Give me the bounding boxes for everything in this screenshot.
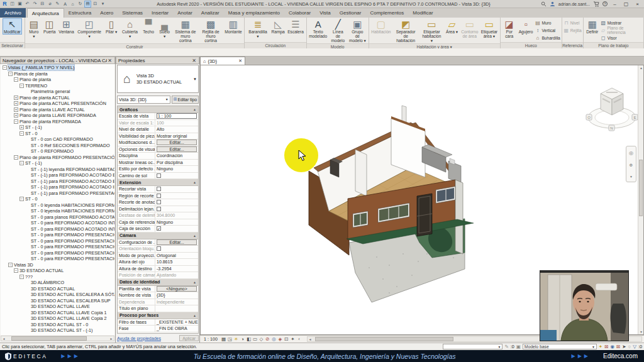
property-row-caja-de-referencia[interactable]: Caja de referenciaNinguno bbox=[118, 219, 198, 226]
edit-button[interactable]: <Ninguno> bbox=[157, 286, 197, 292]
collapse-icon[interactable]: − bbox=[14, 268, 18, 273]
scroll-down-icon[interactable]: ▼ bbox=[638, 330, 644, 334]
property-row-orientaci-n-bloqu[interactable]: Orientación bloqu... bbox=[118, 246, 198, 253]
ribbon-button-montante[interactable]: ▥Montante bbox=[224, 18, 243, 35]
tree-item[interactable]: −TERRENO bbox=[1, 83, 114, 89]
tree-item[interactable]: ST - 0 con CAD REFORMADO bbox=[1, 136, 114, 143]
tree-item[interactable]: ST - 0 Ref SECCIONES REFORMADO bbox=[1, 143, 114, 149]
tab-estructura[interactable]: Estructura bbox=[64, 8, 96, 18]
ribbon-button-agujero[interactable]: ▫Agujero bbox=[518, 18, 535, 35]
chevron-down-icon[interactable]: ▼ bbox=[193, 77, 198, 81]
tab-gestionar[interactable]: Gestionar bbox=[335, 8, 366, 18]
collapse-icon[interactable]: ▲ bbox=[193, 280, 196, 284]
print-icon[interactable]: ⊟ bbox=[39, 1, 46, 8]
tree-item[interactable]: −Vistas (_FAMILIA TIPO Y NIVEL) bbox=[1, 65, 114, 71]
property-row-plantilla-de-vista[interactable]: Plantilla de vista<Ninguno> bbox=[118, 286, 198, 293]
search-icon[interactable] bbox=[541, 1, 547, 7]
ribbon-button-habitaci-n[interactable]: ▢Habitación bbox=[370, 18, 392, 35]
tree-item[interactable]: −Planos de planta bbox=[1, 71, 114, 77]
project-browser-hscrollbar[interactable]: ◂ ▸ bbox=[1, 336, 114, 341]
tag-icon[interactable]: ✎ bbox=[54, 1, 61, 8]
checkbox-empty[interactable] bbox=[157, 207, 161, 211]
links-icon[interactable]: ○ bbox=[628, 344, 631, 349]
ribbon-button-rampa[interactable]: ◺Rampa bbox=[270, 18, 286, 35]
full-navigation-wheel-icon[interactable]: ◎ bbox=[629, 150, 633, 156]
ribbon-button-cubierta[interactable]: ⌂Cubierta ▾ bbox=[119, 18, 140, 39]
tab-arquitectura[interactable]: Arquitectura bbox=[27, 8, 64, 18]
property-row-estilo-por-defecto[interactable]: Estilo por defecto ...Ninguno bbox=[118, 166, 198, 173]
tree-item[interactable]: 3D ESTADO ACTUAL LLAVE Copia 2 bbox=[1, 315, 114, 322]
close-button[interactable]: × bbox=[633, 1, 641, 7]
temporary-properties-icon[interactable]: ⊡ bbox=[284, 336, 289, 342]
tab-archivo[interactable]: Archivo bbox=[0, 8, 26, 18]
ribbon-button-contorno-de-rea[interactable]: ▭Contorno de área bbox=[460, 18, 479, 39]
open-icon[interactable]: ◫ bbox=[9, 1, 16, 8]
ribbon-button-ventana[interactable]: ⊞Ventana bbox=[58, 18, 75, 35]
value-input[interactable]: 1 : 100 bbox=[157, 113, 197, 119]
collapse-icon[interactable]: ▲ bbox=[193, 180, 196, 184]
property-row-disciplina[interactable]: DisciplinaCoordinación bbox=[118, 153, 198, 160]
instance-selector[interactable]: Vista 3D: {3D}▼ bbox=[117, 96, 170, 104]
constraints-icon[interactable]: ✦ bbox=[290, 336, 296, 342]
property-row-regi-n-de-recorte[interactable]: Región de recorte ... bbox=[118, 193, 198, 200]
expand-icon[interactable]: + bbox=[14, 113, 18, 118]
property-row-altura-de-destino[interactable]: Altura de destino-3.2954 bbox=[118, 266, 198, 273]
properties-title-bar[interactable]: Propiedades ✕ bbox=[116, 57, 199, 64]
tree-item[interactable]: −Plano de planta REFORMADA bbox=[1, 119, 114, 125]
ribbon-button-suelo[interactable]: ▄Suelo ▾ bbox=[157, 18, 172, 39]
zoom-icon[interactable]: ⊕ bbox=[630, 163, 633, 168]
save-icon[interactable]: ▣ bbox=[16, 1, 23, 8]
cart-icon[interactable] bbox=[593, 1, 599, 7]
close-hidden-icon[interactable]: ⊡ bbox=[92, 1, 99, 8]
property-section-extensi-n[interactable]: Extensión▲ bbox=[118, 179, 198, 186]
tab-acero[interactable]: Acero bbox=[96, 8, 118, 18]
property-row-camino-de-sol[interactable]: Camino de sol bbox=[118, 173, 198, 180]
collapse-icon[interactable]: − bbox=[19, 197, 24, 201]
property-row-altura-del-ojo[interactable]: Altura del ojo10.8615 bbox=[118, 259, 198, 266]
tree-item[interactable]: ST - 0 leyenda HABITACIONES REFORMAD bbox=[1, 208, 114, 214]
tab-sistemas[interactable]: Sistemas bbox=[118, 8, 147, 18]
property-row-posici-n-de-c-mara[interactable]: Posición de cámaraAjustando bbox=[118, 272, 198, 279]
ribbon-button-separador-de-habitaci-n[interactable]: ◩Separador de habitación bbox=[392, 18, 419, 43]
tree-item[interactable]: ST - 0 para planos REFORMADO ACOTADO bbox=[1, 214, 114, 221]
ribbon-button-por-cara[interactable]: ◪Por cara bbox=[502, 18, 517, 39]
text-icon[interactable]: A bbox=[62, 1, 69, 8]
property-row-escala-de-vista[interactable]: Escala de vista1 : 100 bbox=[118, 113, 198, 120]
filter-icon[interactable]: ▽ bbox=[633, 344, 636, 349]
ribbon-button-muro[interactable]: ▤Muro ▾ bbox=[26, 18, 42, 39]
property-row-recorte-de-anotac[interactable]: Recorte de anotac... bbox=[118, 199, 198, 206]
ribbon-button-etiquetar-rea[interactable]: ▭Etiquetar área ▾ bbox=[480, 18, 499, 39]
tree-item[interactable]: −ST - 0 bbox=[1, 196, 114, 202]
property-section-datos-de-identidad[interactable]: Datos de identidad▲ bbox=[118, 279, 198, 286]
tab-complementos[interactable]: Complementos bbox=[365, 8, 408, 18]
view-scale-button[interactable]: 1 : 100 bbox=[202, 336, 219, 343]
close-icon[interactable]: ✕ bbox=[107, 58, 113, 63]
ribbon-button-grupo-de-modelo[interactable]: ▣Grupo de modelo ▾ bbox=[348, 18, 367, 43]
tree-item[interactable]: ST - 0 para REFORMADO ACOTADO INT Co bbox=[1, 226, 114, 233]
ribbon-button-barandilla[interactable]: ≣Barandilla ▾ bbox=[246, 18, 270, 39]
tree-item[interactable]: ST - 0 para REFORMADO PRESENTACIÓN C bbox=[1, 256, 114, 262]
tree-item[interactable]: 3D ESTADO ACTUAL ESCALERA A SÓTANO bbox=[1, 292, 114, 298]
ribbon-button-buhardilla[interactable]: ⌂Buhardilla bbox=[535, 34, 560, 41]
ribbon-button-rejilla[interactable]: ▦Rejilla bbox=[564, 26, 582, 34]
ribbon-button-sistema-de-muro-cortina[interactable]: ▦Sistema de muro cortina bbox=[173, 18, 197, 43]
ribbon-button-nivel[interactable]: ⊓Nivel bbox=[564, 19, 582, 26]
ribbon-button-plano-de-referencia[interactable]: ▱Plano de referencia bbox=[601, 26, 642, 34]
ribbon-button-escalera[interactable]: ☰Escalera bbox=[287, 18, 305, 35]
ribbon-button-puerta[interactable]: ◫Puerta bbox=[42, 18, 57, 35]
show-crop-icon[interactable]: ◇ bbox=[258, 336, 264, 342]
collapse-icon[interactable]: ▲ bbox=[193, 107, 196, 111]
ribbon-button-rejilla-de-muro-cortina[interactable]: ▩Rejilla de muro cortina bbox=[198, 18, 223, 43]
ribbon-button-techo[interactable]: ▀Techo bbox=[141, 18, 156, 35]
checkbox-empty[interactable] bbox=[157, 187, 161, 191]
tree-item[interactable]: ST - 0 para REFORMADO PRESENTACIÓN C bbox=[1, 250, 114, 256]
tree-item[interactable]: −ST - 0 bbox=[1, 131, 114, 137]
tab-analizar[interactable]: Analizar bbox=[197, 8, 224, 18]
tab-anotar[interactable]: Anotar bbox=[173, 8, 197, 18]
editable-only-icon[interactable]: ✎ bbox=[504, 344, 508, 349]
press-drag-icon[interactable]: ◉ bbox=[610, 344, 614, 349]
tree-item[interactable]: 3D ESTADO ACTUAL ESCALERA SUP bbox=[1, 298, 114, 304]
property-row-filtro-de-fases[interactable]: Filtro de fases_EXISTENTE + NUE... bbox=[118, 319, 198, 326]
restore-button[interactable]: ▢ bbox=[622, 1, 630, 7]
unlock-view-icon[interactable]: ⊘ bbox=[265, 336, 270, 342]
